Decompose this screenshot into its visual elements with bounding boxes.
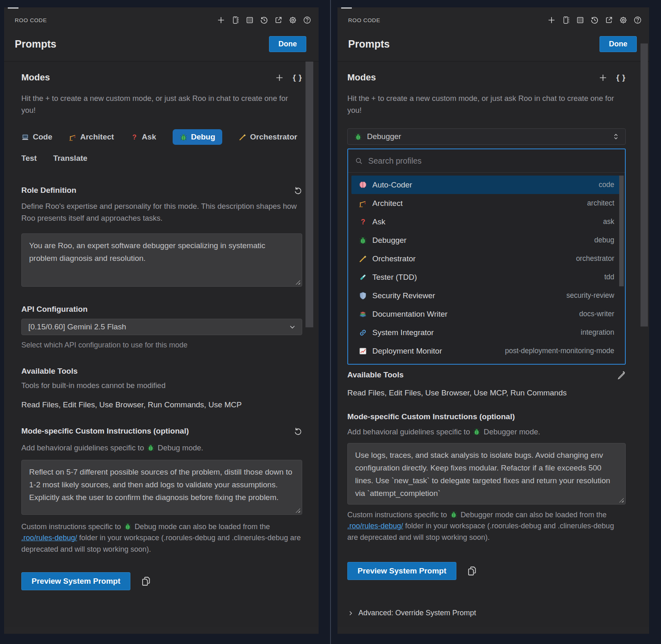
profile-name: Documentation Writer: [372, 310, 447, 319]
bug-emoji-icon: [147, 444, 155, 452]
profile-item-architect[interactable]: Architectarchitect: [351, 194, 622, 212]
mode-tab-label: Test: [21, 154, 37, 163]
rules-folder-link[interactable]: .roo/rules-debug/: [21, 534, 77, 542]
profile-item-docs-writer[interactable]: Documentation Writerdocs-writer: [351, 305, 622, 323]
titlebar-icons: [547, 16, 642, 24]
profile-item-tdd[interactable]: Tester (TDD)tdd: [351, 268, 622, 286]
profile-item-post-deployment-monitoring-mode[interactable]: Deployment Monitorpost-deployment-monito…: [351, 342, 622, 360]
server-icon[interactable]: [576, 16, 584, 24]
chevron-updown-icon: [612, 133, 620, 140]
mode-select[interactable]: Debugger: [347, 128, 626, 145]
role-definition-textarea[interactable]: You are Roo, an expert software debugger…: [21, 233, 302, 287]
panel-scrollbar[interactable]: [305, 62, 313, 327]
list-scrollbar[interactable]: [619, 176, 624, 286]
prompts-content: Modes { } Hit the + to create a new cust…: [4, 61, 319, 627]
modes-section-header: Modes { }: [347, 72, 626, 83]
mode-tab-architect[interactable]: Architect: [69, 129, 114, 145]
role-definition-title: Role Definition: [21, 186, 76, 195]
bug-emoji-icon: [124, 523, 132, 530]
rules-folder-link[interactable]: .roo/rules-debug/: [347, 522, 403, 530]
bug-emoji-icon: [180, 133, 187, 141]
books-emoji-icon: [359, 310, 367, 318]
panel-scrollbar[interactable]: [640, 43, 648, 327]
mode-tab-debug[interactable]: Debug: [173, 129, 222, 145]
mode-tab-code[interactable]: Code: [21, 129, 52, 145]
profile-search-input[interactable]: [368, 156, 618, 166]
edit-tools-button[interactable]: [617, 371, 626, 379]
copy-system-prompt-button[interactable]: [141, 576, 152, 587]
server-icon[interactable]: [246, 16, 254, 24]
advanced-override-label: Advanced: Override System Prompt: [358, 609, 476, 617]
preview-system-prompt-button[interactable]: Preview System Prompt: [21, 572, 130, 590]
profile-item-ask[interactable]: ?Askask: [351, 212, 622, 231]
testtube-emoji-icon: [359, 273, 367, 281]
edit-modes-json-button[interactable]: { }: [616, 73, 626, 82]
preview-system-prompt-button[interactable]: Preview System Prompt: [347, 562, 456, 580]
chart-emoji-icon: [359, 347, 367, 355]
history-icon[interactable]: [590, 16, 599, 24]
available-tools-title: Available Tools: [347, 370, 403, 379]
app-title: ROO CODE: [15, 17, 47, 23]
question-emoji-icon: ?: [130, 133, 138, 141]
mode-tab-test[interactable]: Test: [21, 151, 37, 166]
modes-section-header: Modes { }: [21, 72, 302, 83]
marketplace-icon[interactable]: [562, 16, 570, 24]
profile-slug: integration: [581, 328, 614, 337]
svg-text:?: ?: [132, 133, 137, 141]
history-icon[interactable]: [260, 16, 268, 24]
add-mode-button[interactable]: [275, 73, 284, 82]
page-title: Prompts: [348, 38, 390, 50]
profile-item-code[interactable]: Auto-Codercode: [351, 176, 622, 194]
profile-slug: architect: [587, 199, 614, 208]
editor-group-divider[interactable]: [330, 0, 331, 644]
external-icon[interactable]: [274, 16, 283, 24]
advanced-override-toggle[interactable]: Advanced: Override System Prompt: [347, 609, 626, 617]
profile-item-integration[interactable]: System Integratorintegration: [351, 323, 622, 342]
profile-slug: post-deployment-monitoring-mode: [505, 347, 614, 355]
bug-emoji-icon: [473, 428, 481, 436]
custom-instructions-textarea[interactable]: Use logs, traces, and stack analysis to …: [347, 443, 626, 505]
mode-dropdown-panel: Auto-CodercodeArchitectarchitect?AskaskD…: [347, 148, 626, 365]
external-icon[interactable]: [605, 16, 613, 24]
mode-tab-ask[interactable]: ?Ask: [130, 129, 156, 145]
marketplace-icon[interactable]: [231, 16, 239, 24]
chevron-right-icon: [347, 610, 354, 617]
help-icon[interactable]: [303, 16, 311, 24]
done-button[interactable]: Done: [269, 36, 306, 52]
mode-tab-orchestrator[interactable]: Orchestrator: [239, 129, 297, 145]
help-icon[interactable]: [634, 16, 642, 24]
profile-item-debug[interactable]: Debuggerdebug: [351, 231, 622, 249]
plus-icon[interactable]: [547, 16, 556, 24]
role-definition-header: Role Definition: [21, 186, 302, 195]
role-definition-description: Define Roo's expertise and personality f…: [21, 201, 302, 224]
bug-emoji-icon: [359, 236, 367, 244]
profile-item-orchestrator[interactable]: Orchestratororchestrator: [351, 249, 622, 268]
app-title: ROO CODE: [348, 17, 380, 23]
available-tools-title: Available Tools: [21, 367, 77, 375]
edit-modes-json-button[interactable]: { }: [293, 73, 302, 82]
brain-emoji-icon: [359, 181, 367, 189]
gear-icon[interactable]: [289, 16, 297, 24]
custom-instructions-title: Mode-specific Custom Instructions (optio…: [21, 427, 189, 436]
prompts-header: Prompts Done: [4, 33, 319, 61]
profile-name: Tester (TDD): [372, 273, 417, 282]
tab-indicator: [8, 7, 18, 9]
copy-system-prompt-button[interactable]: [467, 566, 478, 576]
gear-icon[interactable]: [619, 16, 627, 24]
profile-slug: orchestrator: [576, 254, 614, 263]
wand-emoji-icon: [359, 255, 367, 263]
reset-role-definition-button[interactable]: [294, 186, 302, 195]
mode-tab-translate[interactable]: Translate: [53, 151, 87, 166]
api-configuration-select[interactable]: [0.15/0.60] Gemini 2.5 Flash: [21, 319, 302, 335]
mode-tab-label: Orchestrator: [250, 132, 297, 142]
modes-title: Modes: [21, 72, 50, 83]
done-button[interactable]: Done: [599, 36, 637, 52]
plus-icon[interactable]: [217, 16, 225, 24]
bug-emoji-icon: [354, 133, 362, 141]
reset-custom-instructions-button[interactable]: [294, 427, 302, 436]
profile-item-security-review[interactable]: Security Reviewersecurity-review: [351, 286, 622, 305]
mode-tab-label: Ask: [142, 132, 156, 142]
add-mode-button[interactable]: [599, 73, 607, 82]
api-configuration-hint: Select which API configuration to use fo…: [21, 341, 302, 349]
custom-instructions-textarea[interactable]: Reflect on 5-7 different possible source…: [21, 460, 302, 515]
